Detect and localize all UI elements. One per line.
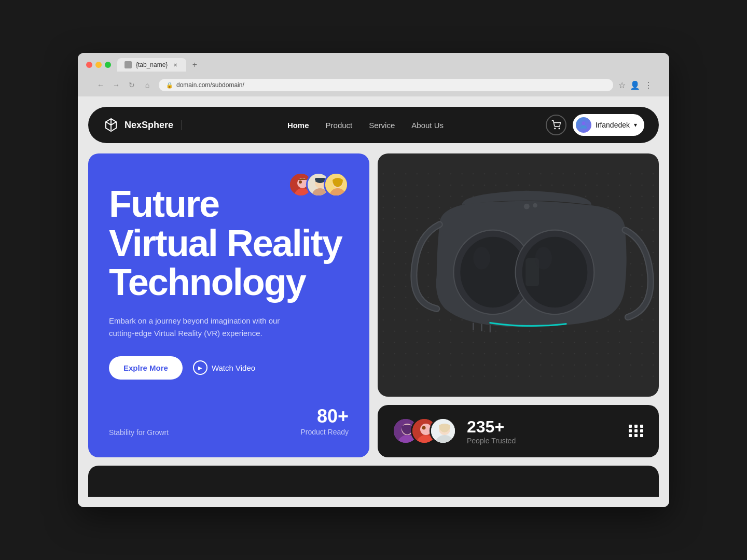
bookmark-icon[interactable]: ☆ (618, 80, 626, 90)
svg-point-32 (422, 426, 426, 430)
svg-point-0 (555, 128, 556, 129)
trusted-number: 235+ (467, 417, 618, 437)
svg-point-2 (582, 121, 585, 125)
menu-icon[interactable]: ⋮ (644, 80, 653, 90)
browser-window: {tab_name} ✕ + ← → ↻ ⌂ 🔒 domain.com/subd… (78, 53, 669, 507)
home-button[interactable]: ⌂ (141, 79, 154, 91)
trusted-label: People Trusted (467, 437, 618, 445)
browser-addressbar: ← → ↻ ⌂ 🔒 domain.com/subdomain/ ☆ 👤 ⋮ (86, 76, 661, 96)
stats-label: Product Ready (300, 428, 349, 436)
active-tab[interactable]: {tab_name} ✕ (117, 58, 186, 72)
hero-section: Future Virtual Reality Technology Embark… (88, 153, 659, 457)
address-bar[interactable]: 🔒 domain.com/subdomain/ (159, 79, 613, 91)
user-menu-button[interactable]: Irfandedek ▾ (573, 114, 644, 136)
tab-bar: {tab_name} ✕ + (117, 58, 661, 72)
hero-buttons: Explre More ▶ Watch Video (109, 356, 349, 380)
tab-favicon (125, 61, 132, 68)
hero-avatars (288, 172, 349, 197)
bottom-section-peek (88, 466, 659, 497)
nav-product[interactable]: Product (326, 121, 353, 130)
hero-left-card: Future Virtual Reality Technology Embark… (88, 153, 369, 457)
user-avatar (576, 117, 591, 133)
play-icon: ▶ (193, 360, 208, 375)
grid-icon (629, 425, 644, 437)
traffic-lights (86, 62, 111, 68)
watch-video-button[interactable]: ▶ Watch Video (193, 360, 255, 375)
trusted-card: 235+ People Trusted (378, 405, 659, 457)
svg-point-22 (535, 247, 552, 269)
hero-avatar-3 (324, 172, 349, 197)
trusted-avatar-3 (430, 417, 457, 444)
logo-text: NexSphere (125, 120, 173, 131)
nav-home[interactable]: Home (287, 121, 309, 130)
browser-titlebar: {tab_name} ✕ + (86, 58, 661, 72)
stats-number: 80+ (300, 405, 349, 427)
hero-title: Future Virtual Reality Technology (109, 185, 349, 302)
tab-label: {tab_name} (136, 61, 168, 68)
svg-point-24 (533, 203, 537, 208)
nav-service[interactable]: Service (369, 121, 395, 130)
browser-actions: ☆ 👤 ⋮ (618, 80, 653, 90)
back-button[interactable]: ← (94, 79, 107, 91)
new-tab-button[interactable]: + (188, 59, 201, 71)
vr-headset-visual (378, 153, 659, 397)
hero-bottom: Stability for Growrt 80+ Product Ready (109, 405, 349, 437)
hero-subtitle: Embark on a journey beyond imagination w… (109, 315, 306, 340)
refresh-button[interactable]: ↻ (126, 79, 138, 91)
trusted-avatars (392, 417, 457, 444)
browser-chrome: {tab_name} ✕ + ← → ↻ ⌂ 🔒 domain.com/subd… (78, 53, 669, 96)
stability-text: Stability for Growrt (109, 428, 169, 437)
explore-more-button[interactable]: Explre More (109, 356, 183, 380)
nav-actions: Irfandedek ▾ (546, 114, 644, 136)
forward-button[interactable]: → (110, 79, 122, 91)
tab-close-button[interactable]: ✕ (172, 61, 179, 68)
vr-headset-card (378, 153, 659, 397)
maximize-button[interactable] (105, 62, 111, 68)
chevron-down-icon: ▾ (634, 121, 637, 129)
navbar: NexSphere Home Product Service About Us (88, 107, 659, 143)
svg-point-21 (473, 247, 490, 269)
logo-icon (103, 117, 119, 133)
hero-stats: 80+ Product Ready (300, 405, 349, 437)
close-button[interactable] (86, 62, 92, 68)
hero-right: 235+ People Trusted (378, 153, 659, 457)
cart-button[interactable] (546, 115, 566, 135)
profile-icon[interactable]: 👤 (630, 80, 640, 90)
minimize-button[interactable] (95, 62, 102, 68)
svg-point-5 (299, 180, 302, 184)
nav-about[interactable]: About Us (411, 121, 444, 130)
nav-logo: NexSphere (103, 117, 185, 133)
page-content: NexSphere Home Product Service About Us (78, 96, 669, 507)
url-text: domain.com/subdomain/ (176, 81, 244, 89)
user-name: Irfandedek (596, 121, 630, 129)
trusted-info: 235+ People Trusted (467, 417, 618, 445)
lock-icon: 🔒 (166, 82, 173, 89)
nav-links: Home Product Service About Us (287, 121, 444, 130)
nav-divider (182, 120, 182, 130)
svg-point-1 (559, 128, 560, 129)
svg-point-23 (524, 204, 530, 209)
nav-buttons: ← → ↻ ⌂ (94, 79, 154, 91)
